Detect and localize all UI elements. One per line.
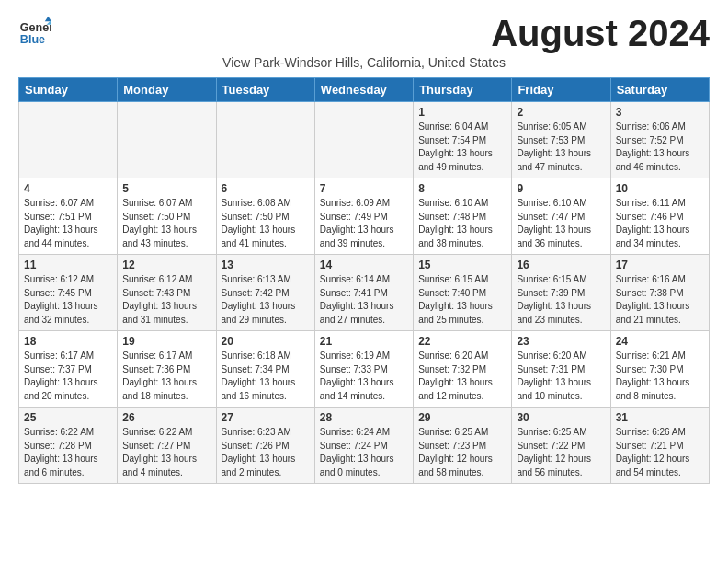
day-number: 5 <box>122 182 210 195</box>
month-title: August 2024 <box>491 15 710 52</box>
calendar-cell: 26Sunrise: 6:22 AM Sunset: 7:27 PM Dayli… <box>118 408 216 484</box>
day-number: 12 <box>122 259 210 271</box>
day-number: 18 <box>24 335 112 348</box>
day-number: 4 <box>24 182 112 195</box>
calendar-cell: 21Sunrise: 6:19 AM Sunset: 7:33 PM Dayli… <box>314 331 413 408</box>
calendar-cell <box>314 102 413 178</box>
day-info: Sunrise: 6:13 AM Sunset: 7:42 PM Dayligh… <box>222 273 310 327</box>
day-number: 1 <box>418 106 506 119</box>
calendar-cell: 29Sunrise: 6:25 AM Sunset: 7:23 PM Dayli… <box>414 408 512 484</box>
header-day-monday: Monday <box>118 78 216 102</box>
day-info: Sunrise: 6:06 AM Sunset: 7:52 PM Dayligh… <box>616 121 704 174</box>
day-number: 8 <box>418 182 506 195</box>
calendar-week-2: 4Sunrise: 6:07 AM Sunset: 7:51 PM Daylig… <box>19 178 710 255</box>
day-number: 25 <box>24 411 112 424</box>
day-number: 31 <box>616 411 704 424</box>
header-day-tuesday: Tuesday <box>216 78 314 102</box>
calendar-cell: 15Sunrise: 6:15 AM Sunset: 7:40 PM Dayli… <box>414 255 512 331</box>
day-number: 9 <box>517 182 605 195</box>
calendar-week-4: 18Sunrise: 6:17 AM Sunset: 7:37 PM Dayli… <box>19 331 710 408</box>
calendar-cell: 7Sunrise: 6:09 AM Sunset: 7:49 PM Daylig… <box>314 178 413 255</box>
calendar-cell: 16Sunrise: 6:15 AM Sunset: 7:39 PM Dayli… <box>512 255 610 331</box>
calendar-cell: 12Sunrise: 6:12 AM Sunset: 7:43 PM Dayli… <box>118 255 216 331</box>
day-number: 20 <box>222 335 310 348</box>
day-info: Sunrise: 6:12 AM Sunset: 7:43 PM Dayligh… <box>122 273 210 327</box>
calendar-cell: 17Sunrise: 6:16 AM Sunset: 7:38 PM Dayli… <box>610 255 709 331</box>
day-info: Sunrise: 6:14 AM Sunset: 7:41 PM Dayligh… <box>320 273 408 327</box>
day-number: 16 <box>517 259 605 271</box>
day-number: 6 <box>222 182 310 195</box>
day-info: Sunrise: 6:16 AM Sunset: 7:38 PM Dayligh… <box>616 273 704 327</box>
day-number: 24 <box>616 335 704 348</box>
calendar-cell: 9Sunrise: 6:10 AM Sunset: 7:47 PM Daylig… <box>512 178 610 255</box>
day-info: Sunrise: 6:08 AM Sunset: 7:50 PM Dayligh… <box>222 197 310 250</box>
calendar-cell <box>216 102 314 178</box>
day-info: Sunrise: 6:15 AM Sunset: 7:40 PM Dayligh… <box>418 273 506 327</box>
header: General Blue August 2024 <box>18 15 710 52</box>
calendar-week-3: 11Sunrise: 6:12 AM Sunset: 7:45 PM Dayli… <box>19 255 710 331</box>
day-info: Sunrise: 6:22 AM Sunset: 7:28 PM Dayligh… <box>24 426 112 479</box>
day-info: Sunrise: 6:19 AM Sunset: 7:33 PM Dayligh… <box>320 350 408 403</box>
day-number: 26 <box>122 411 210 424</box>
header-day-friday: Friday <box>512 78 610 102</box>
day-info: Sunrise: 6:07 AM Sunset: 7:50 PM Dayligh… <box>122 197 210 250</box>
calendar-week-5: 25Sunrise: 6:22 AM Sunset: 7:28 PM Dayli… <box>19 408 710 484</box>
day-info: Sunrise: 6:25 AM Sunset: 7:22 PM Dayligh… <box>517 426 605 479</box>
calendar-cell: 30Sunrise: 6:25 AM Sunset: 7:22 PM Dayli… <box>512 408 610 484</box>
day-info: Sunrise: 6:17 AM Sunset: 7:37 PM Dayligh… <box>24 350 112 403</box>
day-info: Sunrise: 6:10 AM Sunset: 7:47 PM Dayligh… <box>517 197 605 250</box>
calendar-cell: 24Sunrise: 6:21 AM Sunset: 7:30 PM Dayli… <box>610 331 709 408</box>
header-day-thursday: Thursday <box>414 78 512 102</box>
day-number: 3 <box>616 106 704 119</box>
calendar-cell: 11Sunrise: 6:12 AM Sunset: 7:45 PM Dayli… <box>19 255 118 331</box>
day-info: Sunrise: 6:26 AM Sunset: 7:21 PM Dayligh… <box>616 426 704 479</box>
day-info: Sunrise: 6:11 AM Sunset: 7:46 PM Dayligh… <box>616 197 704 250</box>
day-number: 13 <box>222 259 310 271</box>
day-info: Sunrise: 6:12 AM Sunset: 7:45 PM Dayligh… <box>24 273 112 327</box>
logo-icon: General Blue <box>18 15 51 48</box>
day-info: Sunrise: 6:21 AM Sunset: 7:30 PM Dayligh… <box>616 350 704 403</box>
day-number: 30 <box>517 411 605 424</box>
day-info: Sunrise: 6:24 AM Sunset: 7:24 PM Dayligh… <box>320 426 408 479</box>
calendar-cell: 25Sunrise: 6:22 AM Sunset: 7:28 PM Dayli… <box>19 408 118 484</box>
header-day-wednesday: Wednesday <box>314 78 413 102</box>
calendar-cell <box>19 102 118 178</box>
day-info: Sunrise: 6:04 AM Sunset: 7:54 PM Dayligh… <box>418 121 506 174</box>
day-number: 10 <box>616 182 704 195</box>
calendar-cell: 20Sunrise: 6:18 AM Sunset: 7:34 PM Dayli… <box>216 331 314 408</box>
calendar-cell: 2Sunrise: 6:05 AM Sunset: 7:53 PM Daylig… <box>512 102 610 178</box>
day-number: 11 <box>24 259 112 271</box>
calendar-header-row: SundayMondayTuesdayWednesdayThursdayFrid… <box>19 78 710 102</box>
day-info: Sunrise: 6:05 AM Sunset: 7:53 PM Dayligh… <box>517 121 605 174</box>
day-info: Sunrise: 6:20 AM Sunset: 7:31 PM Dayligh… <box>517 350 605 403</box>
calendar-cell: 10Sunrise: 6:11 AM Sunset: 7:46 PM Dayli… <box>610 178 709 255</box>
svg-text:Blue: Blue <box>20 33 45 46</box>
day-number: 21 <box>320 335 408 348</box>
day-number: 17 <box>616 259 704 271</box>
calendar-cell: 8Sunrise: 6:10 AM Sunset: 7:48 PM Daylig… <box>414 178 512 255</box>
day-number: 28 <box>320 411 408 424</box>
day-number: 19 <box>122 335 210 348</box>
day-info: Sunrise: 6:20 AM Sunset: 7:32 PM Dayligh… <box>418 350 506 403</box>
calendar-cell: 1Sunrise: 6:04 AM Sunset: 7:54 PM Daylig… <box>414 102 512 178</box>
subtitle: View Park-Windsor Hills, California, Uni… <box>18 55 710 70</box>
day-info: Sunrise: 6:22 AM Sunset: 7:27 PM Dayligh… <box>122 426 210 479</box>
day-info: Sunrise: 6:23 AM Sunset: 7:26 PM Dayligh… <box>222 426 310 479</box>
day-number: 27 <box>222 411 310 424</box>
calendar-cell: 4Sunrise: 6:07 AM Sunset: 7:51 PM Daylig… <box>19 178 118 255</box>
calendar-cell: 14Sunrise: 6:14 AM Sunset: 7:41 PM Dayli… <box>314 255 413 331</box>
calendar-cell: 28Sunrise: 6:24 AM Sunset: 7:24 PM Dayli… <box>314 408 413 484</box>
day-number: 22 <box>418 335 506 348</box>
calendar-cell: 5Sunrise: 6:07 AM Sunset: 7:50 PM Daylig… <box>118 178 216 255</box>
header-day-sunday: Sunday <box>19 78 118 102</box>
day-number: 29 <box>418 411 506 424</box>
day-info: Sunrise: 6:18 AM Sunset: 7:34 PM Dayligh… <box>222 350 310 403</box>
header-day-saturday: Saturday <box>610 78 709 102</box>
day-info: Sunrise: 6:10 AM Sunset: 7:48 PM Dayligh… <box>418 197 506 250</box>
day-number: 2 <box>517 106 605 119</box>
logo: General Blue <box>18 15 51 48</box>
calendar-cell: 27Sunrise: 6:23 AM Sunset: 7:26 PM Dayli… <box>216 408 314 484</box>
day-info: Sunrise: 6:07 AM Sunset: 7:51 PM Dayligh… <box>24 197 112 250</box>
day-info: Sunrise: 6:09 AM Sunset: 7:49 PM Dayligh… <box>320 197 408 250</box>
calendar-cell <box>118 102 216 178</box>
